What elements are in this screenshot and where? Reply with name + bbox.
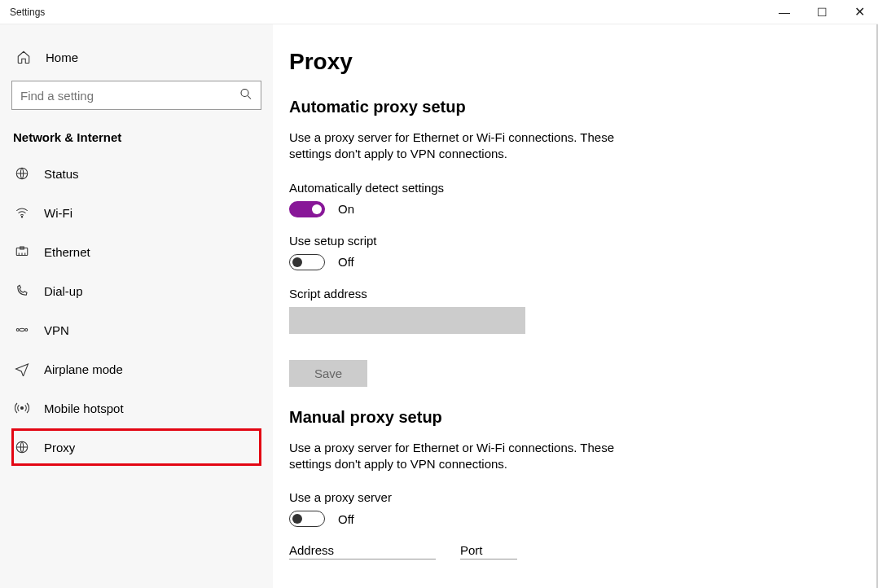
sidebar-item-vpn[interactable]: VPN	[11, 311, 261, 349]
main-content: Proxy Automatic proxy setup Use a proxy …	[273, 24, 878, 588]
window-title: Settings	[10, 7, 45, 18]
sidebar-section-label: Network & Internet	[11, 130, 261, 144]
sidebar-item-label: Ethernet	[44, 245, 90, 259]
sidebar-item-wifi[interactable]: Wi-Fi	[11, 194, 261, 231]
svg-point-0	[241, 90, 248, 97]
hotspot-icon	[13, 401, 31, 415]
sidebar-item-label: Wi-Fi	[44, 206, 72, 220]
sidebar-item-label: Dial-up	[44, 284, 83, 298]
use-proxy-toggle[interactable]	[289, 511, 325, 527]
svg-point-11	[21, 407, 24, 410]
sidebar: Home Network & Internet Status Wi-Fi Eth…	[0, 24, 273, 588]
sidebar-item-label: Airplane mode	[44, 362, 123, 376]
sidebar-item-label: VPN	[44, 323, 69, 337]
auto-detect-label: Automatically detect settings	[289, 181, 845, 195]
sidebar-item-ethernet[interactable]: Ethernet	[11, 233, 261, 270]
use-proxy-state: Off	[338, 512, 354, 526]
use-proxy-label: Use a proxy server	[289, 490, 845, 504]
manual-heading: Manual proxy setup	[289, 408, 845, 427]
sidebar-item-label: Status	[44, 167, 79, 181]
manual-description: Use a proxy server for Ethernet or Wi-Fi…	[289, 440, 648, 473]
sidebar-home[interactable]: Home	[11, 39, 261, 75]
window-controls: — ☐ ✕	[766, 0, 878, 24]
sidebar-item-airplane[interactable]: Airplane mode	[11, 350, 261, 388]
address-label: Address	[289, 543, 436, 559]
save-button: Save	[289, 360, 367, 387]
port-label: Port	[460, 543, 517, 559]
sidebar-nav-list: Status Wi-Fi Ethernet Dial-up VPN Airpla…	[11, 155, 261, 466]
status-icon	[13, 166, 31, 181]
setup-script-state: Off	[338, 255, 354, 269]
search-input[interactable]	[11, 81, 261, 110]
vpn-icon	[13, 323, 31, 337]
close-button[interactable]: ✕	[841, 0, 878, 24]
sidebar-item-dialup[interactable]: Dial-up	[11, 272, 261, 309]
ethernet-icon	[13, 244, 31, 259]
home-icon	[15, 50, 33, 64]
setup-script-toggle[interactable]	[289, 254, 325, 270]
auto-description: Use a proxy server for Ethernet or Wi-Fi…	[289, 129, 648, 163]
sidebar-item-status[interactable]: Status	[11, 155, 261, 192]
auto-detect-toggle[interactable]	[289, 201, 325, 217]
sidebar-home-label: Home	[46, 50, 78, 64]
sidebar-item-label: Mobile hotspot	[44, 402, 124, 415]
search-icon	[239, 87, 253, 104]
sidebar-item-label: Proxy	[44, 441, 75, 454]
script-address-label: Script address	[289, 287, 845, 301]
svg-point-10	[25, 329, 28, 331]
proxy-icon	[13, 440, 31, 454]
titlebar: Settings — ☐ ✕	[0, 0, 878, 24]
svg-line-1	[248, 96, 251, 99]
maximize-button[interactable]: ☐	[803, 0, 841, 24]
script-address-input	[289, 307, 525, 334]
search-wrap	[11, 81, 261, 110]
airplane-icon	[13, 362, 31, 376]
page-title: Proxy	[289, 49, 845, 75]
auto-heading: Automatic proxy setup	[289, 98, 845, 116]
sidebar-item-proxy[interactable]: Proxy	[11, 428, 261, 466]
sidebar-item-hotspot[interactable]: Mobile hotspot	[11, 389, 261, 427]
minimize-button[interactable]: —	[766, 0, 803, 24]
svg-point-3	[21, 217, 23, 218]
svg-point-9	[16, 329, 19, 331]
wifi-icon	[13, 205, 31, 220]
dialup-icon	[13, 283, 31, 298]
auto-detect-state: On	[338, 202, 354, 216]
setup-script-label: Use setup script	[289, 234, 845, 248]
